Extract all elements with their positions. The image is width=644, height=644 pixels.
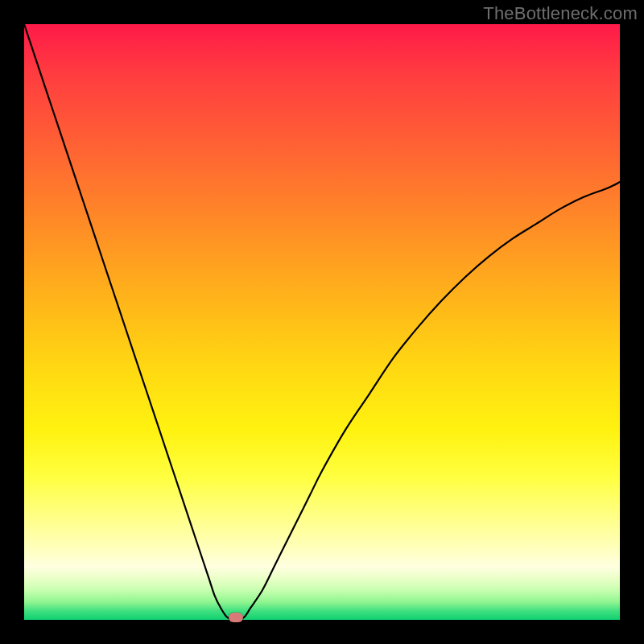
chart-frame: TheBottleneck.com <box>0 0 644 644</box>
plot-background-gradient <box>24 24 620 620</box>
watermark-text: TheBottleneck.com <box>483 3 638 24</box>
optimum-marker <box>229 613 243 622</box>
